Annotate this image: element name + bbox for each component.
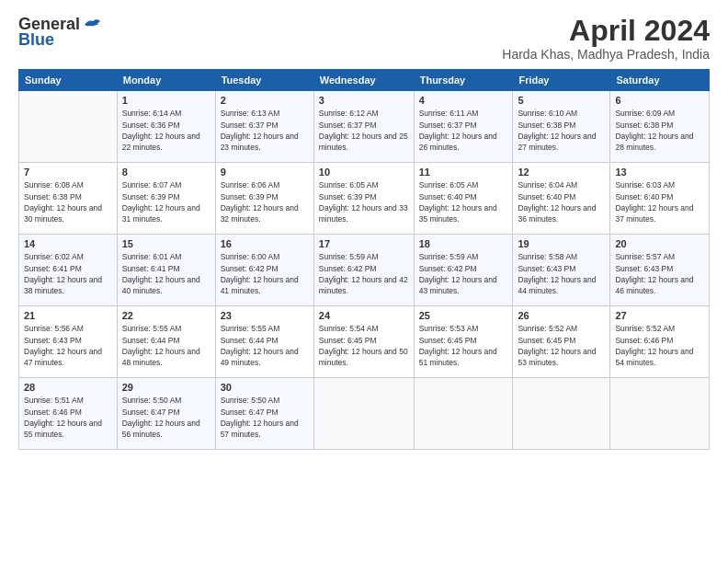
col-saturday: Saturday [610, 70, 710, 91]
table-cell: 6Sunrise: 6:09 AMSunset: 6:38 PMDaylight… [610, 91, 710, 163]
day-number: 15 [122, 238, 210, 249]
month-title: April 2024 [502, 15, 710, 47]
day-info: Sunrise: 5:50 AMSunset: 6:47 PMDaylight:… [122, 395, 210, 440]
day-info: Sunrise: 5:55 AMSunset: 6:44 PMDaylight:… [221, 323, 309, 368]
table-cell: 10Sunrise: 6:05 AMSunset: 6:39 PMDayligh… [313, 163, 414, 235]
table-cell: 4Sunrise: 6:11 AMSunset: 6:37 PMDaylight… [414, 91, 513, 163]
day-number: 9 [221, 167, 309, 178]
day-number: 23 [221, 310, 309, 321]
calendar-week-row: 21Sunrise: 5:56 AMSunset: 6:43 PMDayligh… [19, 306, 710, 378]
day-number: 26 [518, 310, 605, 321]
day-number: 4 [419, 95, 508, 106]
day-number: 28 [24, 382, 112, 393]
day-number: 30 [221, 382, 309, 393]
table-cell: 3Sunrise: 6:12 AMSunset: 6:37 PMDaylight… [313, 91, 414, 163]
day-number: 6 [615, 95, 704, 106]
location: Harda Khas, Madhya Pradesh, India [502, 47, 710, 62]
day-number: 10 [319, 167, 409, 178]
table-cell: 7Sunrise: 6:08 AMSunset: 6:38 PMDaylight… [19, 163, 118, 235]
day-number: 29 [122, 382, 210, 393]
day-number: 16 [221, 238, 309, 249]
table-cell: 24Sunrise: 5:54 AMSunset: 6:45 PMDayligh… [313, 306, 414, 378]
day-number: 5 [518, 95, 605, 106]
table-cell [610, 378, 710, 450]
table-cell: 21Sunrise: 5:56 AMSunset: 6:43 PMDayligh… [19, 306, 118, 378]
day-number: 13 [615, 167, 704, 178]
table-cell: 29Sunrise: 5:50 AMSunset: 6:47 PMDayligh… [117, 378, 215, 450]
day-info: Sunrise: 6:10 AMSunset: 6:38 PMDaylight:… [518, 108, 605, 153]
day-number: 21 [24, 310, 112, 321]
day-number: 19 [518, 238, 605, 249]
day-number: 20 [615, 238, 704, 249]
table-cell: 2Sunrise: 6:13 AMSunset: 6:37 PMDaylight… [215, 91, 313, 163]
logo-blue-text: Blue [18, 30, 54, 50]
day-info: Sunrise: 6:09 AMSunset: 6:38 PMDaylight:… [615, 108, 704, 153]
day-info: Sunrise: 6:11 AMSunset: 6:37 PMDaylight:… [419, 108, 508, 153]
table-cell: 5Sunrise: 6:10 AMSunset: 6:38 PMDaylight… [513, 91, 610, 163]
day-info: Sunrise: 6:06 AMSunset: 6:39 PMDaylight:… [221, 179, 309, 224]
day-info: Sunrise: 5:58 AMSunset: 6:43 PMDaylight:… [518, 251, 605, 296]
day-info: Sunrise: 6:12 AMSunset: 6:37 PMDaylight:… [319, 108, 409, 153]
logo: General Blue [18, 15, 103, 50]
day-number: 11 [419, 167, 508, 178]
table-cell: 15Sunrise: 6:01 AMSunset: 6:41 PMDayligh… [117, 235, 215, 306]
col-friday: Friday [513, 70, 610, 91]
calendar-week-row: 14Sunrise: 6:02 AMSunset: 6:41 PMDayligh… [19, 235, 710, 306]
col-sunday: Sunday [19, 70, 118, 91]
day-info: Sunrise: 5:59 AMSunset: 6:42 PMDaylight:… [319, 251, 409, 296]
day-number: 1 [122, 95, 210, 106]
day-number: 27 [615, 310, 704, 321]
col-thursday: Thursday [414, 70, 513, 91]
table-cell: 12Sunrise: 6:04 AMSunset: 6:40 PMDayligh… [513, 163, 610, 235]
table-cell: 26Sunrise: 5:52 AMSunset: 6:45 PMDayligh… [513, 306, 610, 378]
table-cell: 25Sunrise: 5:53 AMSunset: 6:45 PMDayligh… [414, 306, 513, 378]
calendar-table: Sunday Monday Tuesday Wednesday Thursday… [18, 69, 710, 450]
day-info: Sunrise: 6:00 AMSunset: 6:42 PMDaylight:… [221, 251, 309, 296]
table-cell [313, 378, 414, 450]
day-info: Sunrise: 6:05 AMSunset: 6:40 PMDaylight:… [419, 179, 508, 224]
day-info: Sunrise: 5:56 AMSunset: 6:43 PMDaylight:… [24, 323, 112, 368]
day-info: Sunrise: 5:57 AMSunset: 6:43 PMDaylight:… [615, 251, 704, 296]
day-info: Sunrise: 6:02 AMSunset: 6:41 PMDaylight:… [24, 251, 112, 296]
table-cell [513, 378, 610, 450]
col-wednesday: Wednesday [313, 70, 414, 91]
table-cell: 11Sunrise: 6:05 AMSunset: 6:40 PMDayligh… [414, 163, 513, 235]
day-info: Sunrise: 6:03 AMSunset: 6:40 PMDaylight:… [615, 179, 704, 224]
table-cell: 8Sunrise: 6:07 AMSunset: 6:39 PMDaylight… [117, 163, 215, 235]
day-info: Sunrise: 6:13 AMSunset: 6:37 PMDaylight:… [221, 108, 309, 153]
page-container: General Blue April 2024 Harda Khas, Madh… [0, 0, 728, 563]
right-header: April 2024 Harda Khas, Madhya Pradesh, I… [502, 15, 710, 62]
table-cell: 18Sunrise: 5:59 AMSunset: 6:42 PMDayligh… [414, 235, 513, 306]
table-cell: 23Sunrise: 5:55 AMSunset: 6:44 PMDayligh… [215, 306, 313, 378]
table-cell: 22Sunrise: 5:55 AMSunset: 6:44 PMDayligh… [117, 306, 215, 378]
table-cell: 1Sunrise: 6:14 AMSunset: 6:36 PMDaylight… [117, 91, 215, 163]
table-cell: 20Sunrise: 5:57 AMSunset: 6:43 PMDayligh… [610, 235, 710, 306]
day-info: Sunrise: 5:50 AMSunset: 6:47 PMDaylight:… [221, 395, 309, 440]
day-info: Sunrise: 6:08 AMSunset: 6:38 PMDaylight:… [24, 179, 112, 224]
day-number: 22 [122, 310, 210, 321]
day-number: 7 [24, 167, 112, 178]
table-cell: 9Sunrise: 6:06 AMSunset: 6:39 PMDaylight… [215, 163, 313, 235]
day-info: Sunrise: 6:07 AMSunset: 6:39 PMDaylight:… [122, 179, 210, 224]
day-info: Sunrise: 5:52 AMSunset: 6:46 PMDaylight:… [615, 323, 704, 368]
table-cell [414, 378, 513, 450]
day-info: Sunrise: 5:55 AMSunset: 6:44 PMDaylight:… [122, 323, 210, 368]
table-cell: 30Sunrise: 5:50 AMSunset: 6:47 PMDayligh… [215, 378, 313, 450]
calendar-header-row: Sunday Monday Tuesday Wednesday Thursday… [19, 70, 710, 91]
day-info: Sunrise: 5:53 AMSunset: 6:45 PMDaylight:… [419, 323, 508, 368]
day-number: 24 [319, 310, 409, 321]
day-info: Sunrise: 6:04 AMSunset: 6:40 PMDaylight:… [518, 179, 605, 224]
day-number: 17 [319, 238, 409, 249]
table-cell: 16Sunrise: 6:00 AMSunset: 6:42 PMDayligh… [215, 235, 313, 306]
day-number: 18 [419, 238, 508, 249]
day-number: 8 [122, 167, 210, 178]
col-monday: Monday [117, 70, 215, 91]
table-cell: 28Sunrise: 5:51 AMSunset: 6:46 PMDayligh… [19, 378, 118, 450]
calendar-week-row: 7Sunrise: 6:08 AMSunset: 6:38 PMDaylight… [19, 163, 710, 235]
table-cell: 14Sunrise: 6:02 AMSunset: 6:41 PMDayligh… [19, 235, 118, 306]
day-info: Sunrise: 5:51 AMSunset: 6:46 PMDaylight:… [24, 395, 112, 440]
calendar-week-row: 1Sunrise: 6:14 AMSunset: 6:36 PMDaylight… [19, 91, 710, 163]
table-cell: 13Sunrise: 6:03 AMSunset: 6:40 PMDayligh… [610, 163, 710, 235]
day-info: Sunrise: 5:54 AMSunset: 6:45 PMDaylight:… [319, 323, 409, 368]
day-number: 14 [24, 238, 112, 249]
